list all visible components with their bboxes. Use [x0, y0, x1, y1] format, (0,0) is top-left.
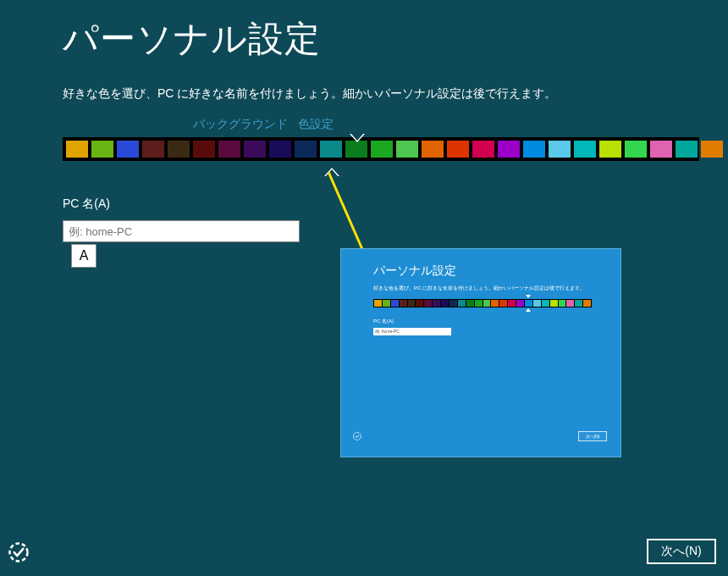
color-swatch-22[interactable] — [625, 141, 647, 158]
color-swatch-0[interactable] — [66, 141, 88, 158]
color-swatch-2[interactable] — [117, 141, 139, 158]
preview-swatch — [516, 300, 524, 307]
preview-pointer-top-icon — [526, 295, 531, 298]
preview-swatch — [391, 300, 399, 307]
color-swatch-9[interactable] — [295, 141, 317, 158]
color-swatch-21[interactable] — [599, 141, 621, 158]
color-swatch-7[interactable] — [244, 141, 266, 158]
pc-name-section: PC 名(A) A — [0, 161, 728, 242]
preview-swatch — [525, 300, 532, 307]
color-strip[interactable] — [63, 137, 699, 161]
color-swatch-5[interactable] — [193, 141, 215, 158]
color-swatch-4[interactable] — [168, 141, 190, 158]
color-swatch-11[interactable] — [345, 141, 367, 158]
next-button[interactable]: 次へ(N) — [647, 539, 716, 564]
color-swatch-23[interactable] — [650, 141, 672, 158]
pointer-top-icon — [350, 134, 365, 142]
preview-swatch — [449, 300, 457, 307]
ime-badge: A — [71, 244, 97, 268]
ease-of-access-icon[interactable] — [7, 540, 30, 564]
color-picker-section: バックグラウンド 色設定 — [0, 102, 728, 161]
color-swatch-17[interactable] — [498, 141, 520, 158]
preview-swatch — [475, 300, 483, 307]
preview-swatch — [499, 300, 507, 307]
preview-pointer-bottom-icon — [526, 308, 531, 312]
preview-swatch — [400, 300, 407, 307]
preview-swatch — [575, 300, 582, 307]
preview-swatch — [542, 300, 549, 307]
preview-swatch — [508, 300, 516, 307]
color-swatch-12[interactable] — [371, 141, 393, 158]
color-labels: バックグラウンド 色設定 — [193, 117, 728, 132]
preview-swatch — [559, 300, 566, 307]
instructions-text: 好きな色を選び、PC に好きな名前を付けましょう。細かいパーソナル設定は後で行え… — [0, 63, 728, 102]
preview-swatch — [583, 300, 591, 307]
preview-ease-of-access-icon — [352, 431, 362, 441]
preview-pc-name-input: 例: home-PC — [373, 328, 451, 335]
color-swatch-14[interactable] — [422, 141, 444, 158]
color-swatch-18[interactable] — [523, 141, 545, 158]
color-swatch-3[interactable] — [142, 141, 164, 158]
preview-swatch — [566, 300, 574, 307]
color-swatch-1[interactable] — [91, 141, 113, 158]
color-swatch-20[interactable] — [574, 141, 596, 158]
preview-swatch — [491, 300, 499, 307]
accent-label: 色設定 — [298, 117, 334, 130]
color-swatch-16[interactable] — [472, 141, 494, 158]
color-swatch-19[interactable] — [549, 141, 571, 158]
color-swatch-15[interactable] — [447, 141, 469, 158]
preview-title: パーソナル設定 — [341, 249, 620, 279]
page-title: パーソナル設定 — [0, 0, 728, 63]
pc-name-label: PC 名(A) — [63, 197, 728, 212]
pointer-bottom-icon — [324, 168, 339, 176]
svg-point-1 — [354, 433, 361, 440]
color-swatch-13[interactable] — [396, 141, 418, 158]
pc-name-input-wrap: A — [63, 220, 728, 242]
color-swatch-10[interactable] — [320, 141, 342, 158]
preview-next-button: 次へ(N) — [578, 431, 607, 441]
preview-swatch — [550, 300, 558, 307]
pc-name-input[interactable] — [63, 220, 300, 242]
background-label: バックグラウンド — [193, 117, 288, 130]
preview-pc-name-label: PC 名(A) — [341, 307, 620, 325]
color-swatch-25[interactable] — [701, 141, 723, 158]
preview-swatch — [533, 300, 541, 307]
preview-swatch — [458, 300, 466, 307]
color-swatch-6[interactable] — [218, 141, 240, 158]
preview-swatch — [416, 300, 423, 307]
preview-swatch — [433, 300, 440, 307]
color-swatch-8[interactable] — [269, 141, 291, 158]
preview-swatch — [483, 300, 491, 307]
preview-swatch — [441, 300, 449, 307]
preview-swatch — [374, 300, 382, 307]
preview-instructions: 好きな色を選び、PC に好きな名前を付けましょう。細かいパーソナル設定は後で行え… — [341, 279, 620, 292]
preview-swatch — [466, 300, 474, 307]
preview-thumbnail: パーソナル設定 好きな色を選び、PC に好きな名前を付けましょう。細かいパーソナ… — [340, 248, 621, 457]
preview-swatch — [408, 300, 416, 307]
preview-color-strip — [373, 299, 592, 307]
preview-swatch — [424, 300, 432, 307]
color-swatch-24[interactable] — [676, 141, 698, 158]
svg-point-2 — [10, 544, 28, 562]
preview-swatch — [383, 300, 390, 307]
